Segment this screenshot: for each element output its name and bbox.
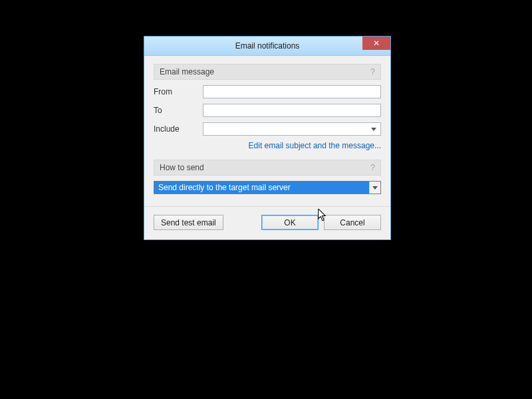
- close-icon: ✕: [373, 39, 380, 47]
- titlebar[interactable]: Email notifications ✕: [144, 37, 390, 56]
- dialog-body: Email message ? From To Include Edit ema…: [144, 56, 390, 206]
- from-label: From: [154, 87, 203, 96]
- help-icon[interactable]: ?: [370, 67, 375, 76]
- edit-link-row: Edit email subject and the message...: [154, 141, 381, 150]
- send-method-selected: Send directly to the target mail server: [154, 182, 369, 194]
- edit-subject-link[interactable]: Edit email subject and the message...: [249, 141, 381, 150]
- section-how-to-send-header: How to send ?: [154, 160, 381, 176]
- send-test-email-button[interactable]: Send test email: [154, 215, 223, 230]
- send-method-dropdown[interactable]: Send directly to the target mail server: [154, 181, 381, 194]
- include-dropdown[interactable]: [203, 122, 381, 136]
- dialog-window: Email notifications ✕ Email message ? Fr…: [144, 36, 391, 240]
- section-email-message-header: Email message ?: [154, 64, 381, 80]
- ok-button[interactable]: OK: [261, 215, 319, 230]
- include-label: Include: [154, 124, 203, 134]
- help-icon[interactable]: ?: [370, 163, 375, 172]
- from-input[interactable]: [203, 85, 381, 98]
- to-input[interactable]: [203, 104, 381, 117]
- button-bar: Send test email OK Cancel: [144, 206, 390, 239]
- row-from: From: [154, 85, 381, 98]
- row-include: Include: [154, 122, 381, 136]
- cancel-button[interactable]: Cancel: [324, 215, 381, 230]
- to-label: To: [154, 106, 203, 115]
- window-title: Email notifications: [235, 41, 300, 51]
- chevron-down-icon: [369, 182, 380, 194]
- section-how-to-send-title: How to send: [160, 163, 204, 172]
- close-button[interactable]: ✕: [362, 37, 390, 50]
- row-to: To: [154, 104, 381, 117]
- section-email-message-title: Email message: [160, 67, 214, 76]
